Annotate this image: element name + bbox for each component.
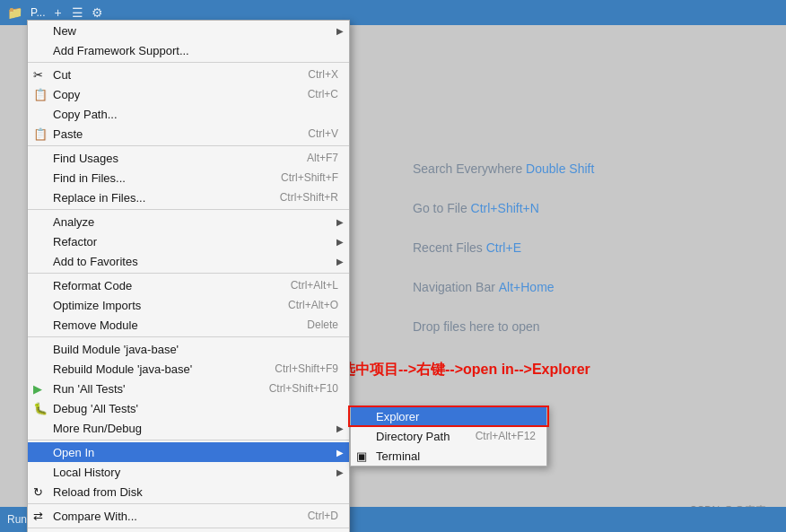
hints-area: Search Everywhere Double Shift Go to Fil… bbox=[413, 161, 594, 334]
menu-item-debug-all-tests[interactable]: 🐛 Debug 'All Tests' bbox=[28, 398, 349, 418]
reload-icon: ↻ bbox=[33, 485, 43, 499]
menu-item-more-run-debug[interactable]: More Run/Debug ▶ bbox=[28, 418, 349, 438]
submenu-item-terminal[interactable]: ▣ Terminal bbox=[351, 446, 546, 466]
separator-3 bbox=[28, 209, 349, 210]
separator-1 bbox=[28, 62, 349, 63]
menu-item-analyze[interactable]: Analyze ▶ bbox=[28, 212, 349, 231]
toolbar-title: P... bbox=[31, 6, 45, 19]
menu-item-find-in-files[interactable]: Find in Files... Ctrl+Shift+F bbox=[28, 168, 349, 188]
shortcut-copy: Ctrl+C bbox=[290, 88, 338, 100]
shortcut-recent-files: Ctrl+E bbox=[486, 240, 521, 255]
menu-item-add-framework[interactable]: Add Framework Support... bbox=[28, 40, 349, 60]
menu-item-refactor[interactable]: Refactor ▶ bbox=[28, 231, 349, 251]
shortcut-find-in-files: Ctrl+Shift+F bbox=[263, 171, 338, 184]
shortcut-rebuild: Ctrl+Shift+F9 bbox=[257, 362, 338, 375]
menu-item-build-module[interactable]: Build Module 'java-base' bbox=[28, 339, 349, 359]
hint-recent-files: Recent Files Ctrl+E bbox=[413, 240, 594, 255]
menu-item-find-usages[interactable]: Find Usages Alt+F7 bbox=[28, 148, 349, 168]
shortcut-run: Ctrl+Shift+F10 bbox=[251, 382, 338, 395]
menu-item-remove-module[interactable]: Remove Module Delete bbox=[28, 315, 349, 335]
menu-item-optimize-imports[interactable]: Optimize Imports Ctrl+Alt+O bbox=[28, 295, 349, 315]
cut-icon: ✂ bbox=[33, 68, 43, 82]
shortcut-goto-file: Ctrl+Shift+N bbox=[471, 201, 539, 215]
hint-drop-files: Drop files here to open bbox=[413, 319, 594, 334]
compare-icon: ⇄ bbox=[33, 510, 43, 523]
list-icon[interactable]: ☰ bbox=[70, 5, 84, 20]
run-icon: ▶ bbox=[33, 382, 42, 396]
shortcut-directory-path: Ctrl+Alt+F12 bbox=[458, 430, 536, 442]
menu-item-reload-from-disk[interactable]: ↻ Reload from Disk bbox=[28, 482, 349, 501]
shortcut-optimize: Ctrl+Alt+O bbox=[270, 299, 338, 311]
hint-search: Search Everywhere Double Shift bbox=[413, 161, 594, 176]
arrow-icon: ▶ bbox=[336, 26, 344, 36]
separator-8 bbox=[28, 528, 349, 528]
hint-goto-file: Go to File Ctrl+Shift+N bbox=[413, 201, 594, 215]
gear-icon[interactable]: ⚙ bbox=[90, 5, 104, 20]
menu-item-reformat-code[interactable]: Reformat Code Ctrl+Alt+L bbox=[28, 275, 349, 295]
submenu-item-directory-path[interactable]: Directory Path Ctrl+Alt+F12 bbox=[351, 426, 546, 446]
terminal-icon: ▣ bbox=[356, 449, 367, 463]
annotation-text: 选中项目-->右键-->open in-->Explorer bbox=[341, 361, 590, 379]
menu-item-copy[interactable]: 📋 Copy Ctrl+C bbox=[28, 84, 349, 104]
shortcut-search: Double Shift bbox=[526, 161, 594, 176]
shortcut-find-usages: Alt+F7 bbox=[289, 152, 338, 164]
shortcut-nav-bar: Alt+Home bbox=[499, 280, 555, 294]
menu-item-cut[interactable]: ✂ Cut Ctrl+X bbox=[28, 65, 349, 84]
menu-item-open-in[interactable]: Open In ▶ bbox=[28, 442, 349, 462]
menu-item-copy-path[interactable]: Copy Path... bbox=[28, 104, 349, 124]
local-history-arrow-icon: ▶ bbox=[336, 467, 344, 477]
favorites-arrow-icon: ▶ bbox=[336, 257, 344, 266]
separator-4 bbox=[28, 273, 349, 274]
shortcut-paste: Ctrl+V bbox=[290, 127, 338, 140]
shortcut-reformat: Ctrl+Alt+L bbox=[273, 279, 338, 292]
debug-icon: 🐛 bbox=[33, 402, 48, 415]
separator-6 bbox=[28, 440, 349, 440]
analyze-arrow-icon: ▶ bbox=[336, 217, 344, 227]
shortcut-replace-in-files: Ctrl+Shift+R bbox=[262, 191, 338, 204]
separator-7 bbox=[28, 503, 349, 504]
open-in-arrow-icon: ▶ bbox=[336, 448, 344, 458]
menu-item-run-all-tests[interactable]: ▶ Run 'All Tests' Ctrl+Shift+F10 bbox=[28, 379, 349, 398]
menu-item-compare-with[interactable]: ⇄ Compare With... Ctrl+D bbox=[28, 506, 349, 526]
menu-item-local-history[interactable]: Local History ▶ bbox=[28, 462, 349, 482]
refactor-arrow-icon: ▶ bbox=[336, 237, 344, 247]
context-menu: New ▶ Add Framework Support... ✂ Cut Ctr… bbox=[27, 20, 350, 532]
menu-item-paste[interactable]: 📋 Paste Ctrl+V bbox=[28, 124, 349, 144]
menu-item-rebuild-module[interactable]: Rebuild Module 'java-base' Ctrl+Shift+F9 bbox=[28, 359, 349, 379]
bottom-bar-run-label: Run bbox=[7, 513, 27, 526]
shortcut-remove-module: Delete bbox=[289, 318, 338, 331]
submenu-open-in: Explorer Directory Path Ctrl+Alt+F12 ▣ T… bbox=[350, 406, 547, 467]
more-run-arrow-icon: ▶ bbox=[336, 423, 344, 433]
separator-2 bbox=[28, 145, 349, 146]
submenu-item-explorer[interactable]: Explorer bbox=[351, 406, 546, 426]
add-icon[interactable]: + bbox=[50, 5, 65, 20]
copy-icon: 📋 bbox=[33, 88, 48, 101]
menu-item-replace-in-files[interactable]: Replace in Files... Ctrl+Shift+R bbox=[28, 188, 349, 207]
hint-nav-bar: Navigation Bar Alt+Home bbox=[413, 280, 594, 294]
project-icon: 📁 bbox=[7, 5, 22, 20]
menu-item-add-to-favorites[interactable]: Add to Favorites ▶ bbox=[28, 251, 349, 271]
shortcut-compare: Ctrl+D bbox=[290, 510, 338, 522]
paste-icon: 📋 bbox=[33, 127, 48, 141]
separator-5 bbox=[28, 336, 349, 337]
shortcut-cut: Ctrl+X bbox=[290, 68, 338, 81]
menu-item-new[interactable]: New ▶ bbox=[28, 21, 349, 40]
